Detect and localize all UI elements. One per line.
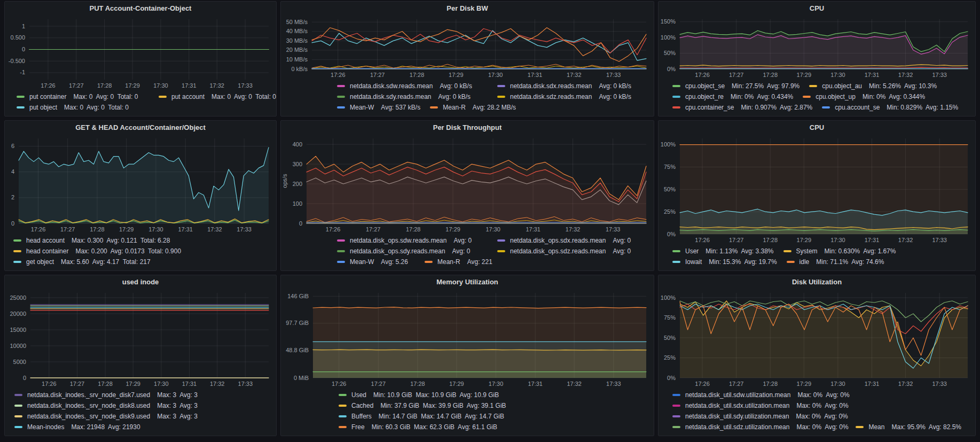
legend-item[interactable]: cpu.account_seMin: 0.829% Avg: 1.15%: [822, 104, 958, 111]
legend-item[interactable]: Mean-WAvg: 537 kB/s: [337, 104, 420, 111]
time-series-chart[interactable]: 642017:2617:2717:2817:2917:3017:3117:321…: [5, 134, 276, 235]
series-label: get object: [26, 258, 54, 266]
panel-title[interactable]: Memory Utilization: [281, 275, 654, 289]
plot-area[interactable]: 10.5000-0.500-117:2617:2717:2817:2917:30…: [5, 15, 276, 91]
series-stats: Min: 0% Avg: 0.434%: [731, 93, 793, 100]
plot-area[interactable]: 250002000015000100005000017:2617:2717:28…: [5, 289, 276, 389]
legend-item[interactable]: SystemMin: 0.630% Avg: 1.67%: [783, 247, 896, 255]
panel-title[interactable]: PUT Account-Container-Object: [5, 2, 276, 15]
legend-row: cpu.object_seMin: 27.5% Avg: 97.9%cpu.ob…: [672, 81, 971, 91]
legend-item[interactable]: put containerMax: 0 Avg: 0 Total: 0: [17, 93, 149, 100]
legend-item[interactable]: Mean-RAvg: 221: [425, 258, 492, 266]
legend-item[interactable]: netdata.disk_util.sdy.utilization.meanMa…: [672, 413, 848, 420]
svg-text:17:27: 17:27: [371, 381, 386, 387]
panel-title[interactable]: CPU: [658, 121, 975, 134]
series-label: System: [796, 247, 818, 255]
plot-area[interactable]: 642017:2617:2717:2817:2917:3017:3117:321…: [5, 134, 276, 235]
series-color-dash: [672, 415, 680, 417]
legend-item[interactable]: cpu.object_auMin: 5.26% Avg: 10.3%: [809, 82, 937, 90]
legend-item[interactable]: CachedMin: 37.9 GiB Max: 39.9 GiB Avg: 3…: [339, 402, 506, 409]
time-series-chart[interactable]: 100%75%50%25%0%17:2617:2717:2817:2917:30…: [658, 289, 975, 389]
legend-item[interactable]: netdata.disk_ops.sdy.reads.meanAvg: 0: [337, 247, 488, 255]
series-stats: Min: 71.1% Avg: 74.6%: [816, 258, 884, 266]
legend-item[interactable]: BuffersMin: 14.7 GiB Max: 14.7 GiB Avg: …: [339, 413, 504, 420]
svg-text:17:32: 17:32: [566, 226, 581, 232]
time-series-chart[interactable]: 250002000015000100005000017:2617:2717:28…: [5, 289, 276, 389]
plot-area[interactable]: 150%100%50%0%17:2617:2717:2817:2917:3017…: [658, 15, 975, 80]
legend-row: netdata.disk.sdw.reads.meanAvg: 0 kB/sne…: [337, 81, 649, 91]
series-label: netdata.disk_inodes._srv_node_disk8.used: [27, 402, 150, 409]
legend-item[interactable]: netdata.disk_ops.sdw.reads.meanAvg: 0: [337, 237, 488, 244]
legend-item[interactable]: Mean-inodesMax: 21948 Avg: 21930: [14, 423, 140, 431]
svg-text:17:29: 17:29: [445, 226, 460, 232]
legend-item[interactable]: netdata.disk_ops.sdx.reads.meanAvg: 0: [497, 237, 631, 244]
svg-text:17:27: 17:27: [370, 72, 385, 78]
series-stats: Max: 0% Avg: 0%: [796, 423, 848, 431]
series-color-dash: [337, 85, 345, 87]
legend-item[interactable]: idleMin: 71.1% Avg: 74.6%: [787, 258, 884, 266]
legend-item[interactable]: cpu.container_seMin: 0.907% Avg: 2.87%: [672, 104, 812, 111]
series-label: Mean-W: [350, 258, 374, 266]
legend-item[interactable]: netdata.disk.sdz.reads.meanAvg: 0 kB/s: [497, 93, 631, 100]
plot-area[interactable]: 400300200100017:2617:2717:2817:2917:3017…: [281, 134, 654, 235]
panel-title[interactable]: Per Disk Throughput: [281, 121, 654, 134]
legend-item[interactable]: netdata.disk_util.sdz.utilization.meanMa…: [672, 423, 846, 431]
legend-item[interactable]: netdata.disk_inodes._srv_node_disk8.used…: [14, 402, 198, 409]
svg-text:40 MB/s: 40 MB/s: [286, 28, 308, 34]
time-series-chart[interactable]: 400300200100017:2617:2717:2817:2917:3017…: [281, 134, 654, 235]
legend-item[interactable]: netdata.disk_inodes._srv_node_disk7.used…: [14, 391, 198, 399]
legend-item[interactable]: get objectMax: 5.60 Avg: 4.17 Total: 217: [13, 258, 151, 266]
legend-item[interactable]: put objectMax: 0 Avg: 0 Total: 0: [17, 104, 129, 111]
legend-item[interactable]: netdata.disk_util.sdw.utilization.meanMa…: [672, 391, 850, 399]
legend-item[interactable]: put accountMax: 0 Avg: 0 Total: 0: [159, 93, 276, 100]
plot-area[interactable]: 100%75%50%25%0%17:2617:2717:2817:2917:30…: [658, 289, 975, 389]
legend-item[interactable]: netdata.disk_inodes._srv_node_disk9.used…: [14, 413, 198, 420]
legend-item[interactable]: cpu.object_reMin: 0% Avg: 0.434%: [672, 93, 793, 100]
series-stats: Avg: 0 kB/s: [599, 82, 631, 90]
legend-item[interactable]: UserMin: 1.13% Avg: 3.38%: [672, 247, 774, 255]
legend-item[interactable]: head containerMax: 0.200 Avg: 0.0173 Tot…: [13, 247, 181, 255]
plot-area[interactable]: 100%75%50%25%0%17:2617:2717:2817:2917:30…: [658, 134, 975, 245]
panel-title[interactable]: used inode: [5, 275, 276, 289]
legend-item[interactable]: Mean-RAvg: 28.2 MB/s: [430, 104, 516, 111]
legend-item[interactable]: netdata.disk.sdx.reads.meanAvg: 0 kB/s: [497, 82, 631, 90]
time-series-chart[interactable]: 150%100%50%0%17:2617:2717:2817:2917:3017…: [658, 15, 975, 80]
series-color-dash: [17, 106, 25, 108]
time-series-chart[interactable]: 50 MB/s40 MB/s30 MB/s20 MB/s10 MB/s0 kB/…: [281, 15, 654, 80]
legend-item[interactable]: FreeMin: 60.3 GiB Max: 62.3 GiB Avg: 61.…: [339, 423, 497, 431]
svg-text:17:32: 17:32: [209, 82, 224, 89]
legend-item[interactable]: netdata.disk.sdw.reads.meanAvg: 0 kB/s: [337, 82, 488, 90]
legend-item[interactable]: head accountMax: 0.300 Avg: 0.121 Total:…: [13, 237, 170, 244]
series-stats: Min: 27.5% Avg: 97.9%: [732, 82, 799, 90]
series-label: Free: [351, 423, 365, 431]
chart-legend: netdata.disk.sdw.reads.meanAvg: 0 kB/sne…: [281, 80, 654, 116]
series-stats: Max: 0.300 Avg: 0.121 Total: 6.28: [72, 237, 170, 244]
time-series-chart[interactable]: 100%75%50%25%0%17:2617:2717:2817:2917:30…: [658, 134, 975, 245]
time-series-chart[interactable]: 146 GiB97.7 GiB48.8 GiB0 MiB17:2617:2717…: [281, 289, 654, 389]
legend-item[interactable]: IowaitMin: 15.3% Avg: 19.7%: [672, 258, 777, 266]
legend-row: netdata.disk_ops.sdy.reads.meanAvg: 0net…: [337, 246, 649, 257]
panel-title[interactable]: Disk Utilization: [658, 275, 975, 289]
panel-put-account-container-object: PUT Account-Container-Object 10.5000-0.5…: [4, 1, 277, 117]
legend-item[interactable]: cpu.object_seMin: 27.5% Avg: 97.9%: [672, 82, 799, 90]
legend-row: netdata.disk_ops.sdw.reads.meanAvg: 0net…: [337, 235, 649, 246]
svg-text:17:27: 17:27: [69, 82, 84, 89]
chart-legend: netdata.disk_util.sdw.utilization.meanMa…: [658, 389, 975, 436]
plot-area[interactable]: 146 GiB97.7 GiB48.8 GiB0 MiB17:2617:2717…: [281, 289, 654, 389]
legend-item[interactable]: cpu.object_upMin: 0% Avg: 0.344%: [803, 93, 925, 100]
plot-area[interactable]: 50 MB/s40 MB/s30 MB/s20 MB/s10 MB/s0 kB/…: [281, 15, 654, 80]
panel-title[interactable]: GET & HEAD Account/Container/Object: [5, 121, 276, 134]
panel-title[interactable]: CPU: [658, 2, 975, 15]
panel-title[interactable]: Per Disk BW: [281, 2, 654, 15]
legend-item[interactable]: Mean-WAvg: 5.26: [337, 258, 415, 266]
legend-item[interactable]: netdata.disk_ops.sdz.reads.meanAvg: 0: [497, 247, 631, 255]
legend-row: Mean-WAvg: 5.26Mean-RAvg: 221: [337, 257, 649, 267]
legend-item[interactable]: UsedMin: 10.9 GiB Max: 10.9 GiB Avg: 10.…: [339, 391, 499, 399]
time-series-chart[interactable]: 10.5000-0.500-117:2617:2717:2817:2917:30…: [5, 15, 276, 91]
legend-item[interactable]: netdata.disk.sdy.reads.meanAvg: 0 kB/s: [337, 93, 488, 100]
legend-item[interactable]: netdata.disk_util.sdx.utilization.meanMa…: [672, 402, 849, 409]
svg-text:17:32: 17:32: [207, 226, 222, 232]
series-color-dash: [672, 394, 680, 396]
legend-item[interactable]: MeanMax: 95.9% Avg: 82.5%: [856, 423, 961, 431]
series-stats: Max: 0 Avg: 0 Total: 0: [211, 93, 276, 100]
